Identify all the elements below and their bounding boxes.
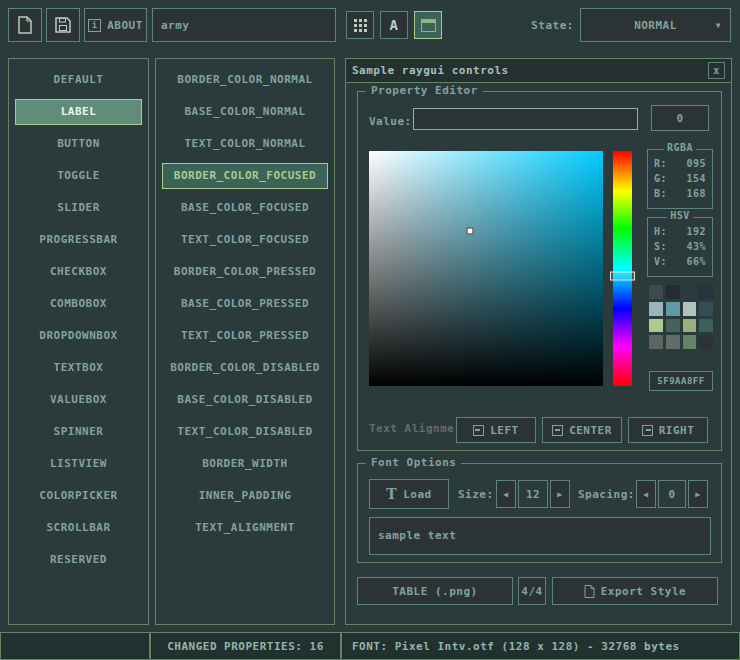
blue-value: 168 xyxy=(686,186,706,201)
list-item-border-color-pressed[interactable]: BORDER_COLOR_PRESSED xyxy=(162,259,328,285)
palette-swatch[interactable] xyxy=(666,335,680,349)
table-png-button[interactable]: TABLE (.png) xyxy=(357,577,513,605)
rgba-blue-row: B: 168 xyxy=(654,186,706,201)
palette-swatch[interactable] xyxy=(666,302,680,316)
sample-text-input[interactable]: sample text xyxy=(369,517,711,555)
list-item-inner-padding[interactable]: INNER_PADDING xyxy=(162,483,328,509)
align-right-button[interactable]: RIGHT xyxy=(628,417,708,443)
palette-swatch[interactable] xyxy=(666,319,680,333)
font-load-button[interactable]: T Load xyxy=(369,479,449,509)
chevron-down-icon: ▼ xyxy=(716,21,721,30)
list-item-base-color-pressed[interactable]: BASE_COLOR_PRESSED xyxy=(162,291,328,317)
list-item-label[interactable]: LABEL xyxy=(15,99,142,125)
size-increase-button[interactable]: ▶ xyxy=(550,480,570,508)
list-item-border-color-focused[interactable]: BORDER_COLOR_FOCUSED xyxy=(162,163,328,189)
palette-swatch[interactable] xyxy=(683,302,697,316)
palette-swatch[interactable] xyxy=(683,319,697,333)
state-dropdown-value: NORMAL xyxy=(634,19,677,32)
hue-slider-handle[interactable] xyxy=(610,272,635,281)
palette-swatch[interactable] xyxy=(683,285,697,299)
export-counter-box[interactable]: 4/4 xyxy=(518,577,546,605)
green-value: 154 xyxy=(686,171,706,186)
left-arrow-icon: ◀ xyxy=(643,490,648,499)
palette-swatch[interactable] xyxy=(666,285,680,299)
list-item-default[interactable]: DEFAULT xyxy=(15,67,142,93)
window-title: Sample raygui controls xyxy=(352,64,509,77)
style-name-input[interactable] xyxy=(152,8,336,42)
hex-value-box[interactable]: 5F9AA8FF xyxy=(649,371,713,391)
align-left-icon xyxy=(473,425,484,436)
right-arrow-icon: ▶ xyxy=(557,490,562,499)
value-counter-box[interactable]: 0 xyxy=(651,105,709,131)
list-item-colorpicker[interactable]: COLORPICKER xyxy=(15,483,142,509)
spacing-increase-button[interactable]: ▶ xyxy=(688,480,708,508)
align-center-button[interactable]: CENTER xyxy=(542,417,622,443)
red-label: R: xyxy=(654,156,667,171)
sat-value: 43% xyxy=(686,239,706,254)
grid-mode-button[interactable] xyxy=(346,11,374,39)
rguistyler-app: i ABOUT A State: NORMAL ▼ DEFAULT LABEL … xyxy=(0,0,740,660)
list-item-base-color-normal[interactable]: BASE_COLOR_NORMAL xyxy=(162,99,328,125)
list-item-reserved[interactable]: RESERVED xyxy=(15,547,142,573)
align-left-button[interactable]: LEFT xyxy=(456,417,536,443)
list-item-base-color-disabled[interactable]: BASE_COLOR_DISABLED xyxy=(162,387,328,413)
palette-swatch[interactable] xyxy=(699,302,713,316)
hsv-val-row: V: 66% xyxy=(654,254,706,269)
window-mode-button[interactable] xyxy=(414,11,442,39)
list-item-toggle[interactable]: TOGGLE xyxy=(15,163,142,189)
font-load-label: Load xyxy=(403,488,432,501)
color-cursor[interactable] xyxy=(466,227,473,234)
list-item-text-alignment[interactable]: TEXT_ALIGNMENT xyxy=(162,515,328,541)
list-item-border-width[interactable]: BORDER_WIDTH xyxy=(162,451,328,477)
palette-swatch[interactable] xyxy=(699,335,713,349)
list-item-dropdownbox[interactable]: DROPDOWNBOX xyxy=(15,323,142,349)
close-button[interactable]: x xyxy=(708,62,725,79)
hsv-sat-row: S: 43% xyxy=(654,239,706,254)
hue-bar[interactable] xyxy=(613,151,632,386)
palette-swatch[interactable] xyxy=(699,285,713,299)
font-mode-button[interactable]: A xyxy=(380,11,408,39)
new-file-button[interactable] xyxy=(8,8,42,42)
spacing-decrease-button[interactable]: ◀ xyxy=(636,480,656,508)
rgba-group-label: RGBA xyxy=(664,142,696,153)
list-item-text-color-disabled[interactable]: TEXT_COLOR_DISABLED xyxy=(162,419,328,445)
palette-swatch[interactable] xyxy=(649,319,663,333)
size-spinner: ◀ 12 ▶ xyxy=(496,480,570,508)
list-item-textbox[interactable]: TEXTBOX xyxy=(15,355,142,381)
grid-icon xyxy=(354,19,367,32)
list-item-combobox[interactable]: COMBOBOX xyxy=(15,291,142,317)
list-item-border-color-disabled[interactable]: BORDER_COLOR_DISABLED xyxy=(162,355,328,381)
spacing-value[interactable]: 0 xyxy=(658,480,686,508)
color-panel[interactable] xyxy=(369,151,603,386)
state-dropdown[interactable]: NORMAL ▼ xyxy=(580,8,731,42)
value-input[interactable] xyxy=(413,108,638,130)
list-item-checkbox[interactable]: CHECKBOX xyxy=(15,259,142,285)
list-item-border-color-normal[interactable]: BORDER_COLOR_NORMAL xyxy=(162,67,328,93)
about-button[interactable]: i ABOUT xyxy=(84,8,147,42)
list-item-button[interactable]: BUTTON xyxy=(15,131,142,157)
rgba-green-row: G: 154 xyxy=(654,171,706,186)
spacing-label: Spacing: xyxy=(578,488,635,501)
list-item-text-color-normal[interactable]: TEXT_COLOR_NORMAL xyxy=(162,131,328,157)
palette-swatch[interactable] xyxy=(649,285,663,299)
window-titlebar[interactable]: Sample raygui controls x xyxy=(346,59,731,83)
list-item-base-color-focused[interactable]: BASE_COLOR_FOCUSED xyxy=(162,195,328,221)
list-item-scrollbar[interactable]: SCROLLBAR xyxy=(15,515,142,541)
palette-swatch[interactable] xyxy=(699,319,713,333)
list-item-text-color-focused[interactable]: TEXT_COLOR_FOCUSED xyxy=(162,227,328,253)
list-item-slider[interactable]: SLIDER xyxy=(15,195,142,221)
save-button[interactable] xyxy=(46,8,80,42)
list-item-valuebox[interactable]: VALUEBOX xyxy=(15,387,142,413)
rgba-group: RGBA R: 095 G: 154 B: 168 xyxy=(647,149,713,209)
export-style-button[interactable]: Export Style xyxy=(552,577,718,605)
val-value: 66% xyxy=(686,254,706,269)
size-value[interactable]: 12 xyxy=(518,480,548,508)
size-decrease-button[interactable]: ◀ xyxy=(496,480,516,508)
list-item-progressbar[interactable]: PROGRESSBAR xyxy=(15,227,142,253)
list-item-spinner[interactable]: SPINNER xyxy=(15,419,142,445)
list-item-listview[interactable]: LISTVIEW xyxy=(15,451,142,477)
palette-swatch[interactable] xyxy=(649,335,663,349)
palette-swatch[interactable] xyxy=(649,302,663,316)
palette-swatch[interactable] xyxy=(683,335,697,349)
list-item-text-color-pressed[interactable]: TEXT_COLOR_PRESSED xyxy=(162,323,328,349)
